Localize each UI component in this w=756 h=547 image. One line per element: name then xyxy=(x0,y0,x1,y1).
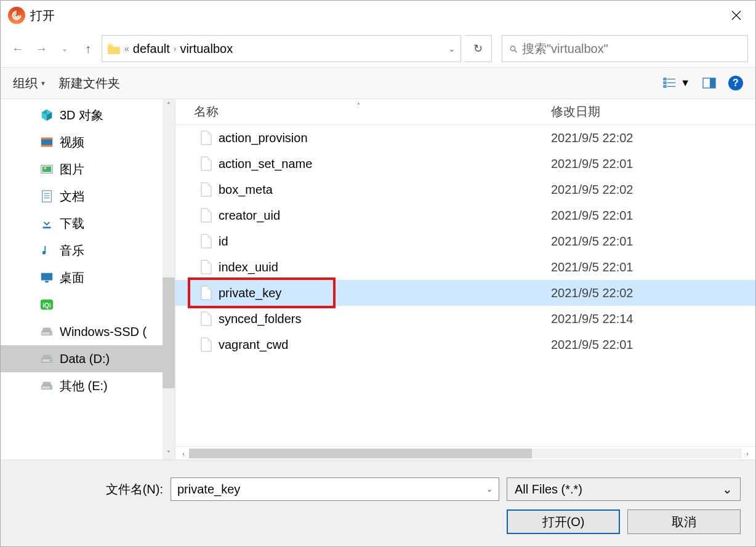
address-dropdown-icon[interactable]: ⌄ xyxy=(448,44,456,54)
refresh-button[interactable]: ↻ xyxy=(465,35,492,62)
doc-icon xyxy=(40,190,54,203)
svg-rect-0 xyxy=(664,78,666,80)
file-name: action_set_name xyxy=(219,157,312,171)
sidebar-item[interactable]: 其他 (E:) xyxy=(1,372,175,399)
nav-forward-button[interactable]: → xyxy=(31,39,51,58)
help-button[interactable]: ? xyxy=(728,76,743,90)
scroll-down-icon[interactable]: ˅ xyxy=(163,447,175,460)
chevron-down-icon: ⌄ xyxy=(722,482,733,497)
file-row[interactable]: vagrant_cwd 2021/9/5 22:01 xyxy=(175,332,755,357)
sidebar-item[interactable]: 3D 对象 xyxy=(1,102,175,129)
search-icon: ⚲ xyxy=(507,42,520,55)
sidebar-item[interactable]: 文档 xyxy=(1,183,175,210)
sidebar-item[interactable]: Windows-SSD ( xyxy=(1,318,175,345)
open-button[interactable]: 打开(O) xyxy=(507,509,620,534)
column-name-label: 名称 xyxy=(194,103,219,120)
nav-row: ← → ⌄ ↑ « default › virtualbox ⌄ ↻ ⚲ xyxy=(1,30,755,67)
window-title: 打开 xyxy=(30,7,55,24)
download-icon xyxy=(40,217,54,230)
svg-text:iQi: iQi xyxy=(42,302,51,309)
bottom-panel: 文件名(N): private_key ⌄ All Files (*.*) ⌄ … xyxy=(1,460,755,546)
svg-rect-10 xyxy=(41,145,52,147)
titlebar: 打开 xyxy=(1,1,755,30)
sidebar-item[interactable]: Data (D:) xyxy=(1,345,175,372)
sidebar-scrollbar[interactable]: ˄ ˅ xyxy=(163,99,175,460)
scroll-right-icon[interactable]: › xyxy=(742,450,753,457)
svg-rect-20 xyxy=(45,281,49,283)
column-header-row: ˄ 名称 修改日期 xyxy=(175,99,755,125)
preview-pane-button[interactable] xyxy=(702,76,716,90)
file-icon xyxy=(200,260,212,274)
list-view-icon xyxy=(663,76,677,90)
sidebar-item-label: 桌面 xyxy=(60,270,84,286)
nav-up-button[interactable]: ↑ xyxy=(78,39,98,58)
file-date-cell: 2021/9/5 22:02 xyxy=(539,183,755,197)
file-icon xyxy=(200,156,212,171)
breadcrumb-item-0[interactable]: default xyxy=(133,42,170,56)
file-icon xyxy=(200,234,212,249)
file-row[interactable]: creator_uid 2021/9/5 22:01 xyxy=(175,202,755,228)
address-bar[interactable]: « default › virtualbox ⌄ xyxy=(102,35,461,62)
sidebar-item-label: 下载 xyxy=(60,215,84,232)
file-row[interactable]: action_provision 2021/9/5 22:02 xyxy=(175,125,755,151)
music-icon xyxy=(40,244,54,257)
svg-rect-18 xyxy=(43,227,51,229)
file-row[interactable]: id 2021/9/5 22:01 xyxy=(175,228,755,254)
column-header-date[interactable]: 修改日期 xyxy=(539,103,755,120)
sidebar-item[interactable]: iQi xyxy=(1,291,175,318)
sidebar-item-label: 文档 xyxy=(60,188,84,205)
file-icon xyxy=(200,130,212,145)
search-box[interactable]: ⚲ xyxy=(502,35,748,62)
sidebar-item[interactable]: 桌面 xyxy=(1,264,175,291)
file-name-cell: box_meta xyxy=(175,182,539,197)
scroll-up-icon[interactable]: ˄ xyxy=(163,99,175,111)
close-button[interactable] xyxy=(722,1,750,30)
sidebar-item-label: 视频 xyxy=(60,134,84,151)
svg-rect-2 xyxy=(664,86,666,87)
view-mode-button[interactable]: ▼ xyxy=(663,76,690,90)
file-name: index_uuid xyxy=(219,260,278,274)
file-date-cell: 2021/9/5 22:02 xyxy=(539,286,755,300)
file-icon xyxy=(200,182,212,197)
breadcrumb-item-1[interactable]: virtualbox xyxy=(180,42,233,56)
file-hscrollbar[interactable]: ‹ › xyxy=(175,446,755,460)
file-row[interactable]: synced_folders 2021/9/5 22:14 xyxy=(175,306,755,332)
sidebar-item[interactable]: 视频 xyxy=(1,129,175,156)
scroll-left-icon[interactable]: ‹ xyxy=(178,450,189,457)
filename-combo[interactable]: private_key ⌄ xyxy=(171,477,499,501)
organize-button[interactable]: 组织 ▼ xyxy=(13,75,46,92)
cube-icon xyxy=(40,108,54,122)
file-name-cell: vagrant_cwd xyxy=(175,337,539,352)
nav-back-button[interactable]: ← xyxy=(8,39,28,58)
svg-rect-9 xyxy=(41,138,52,140)
organize-label: 组织 xyxy=(13,75,38,92)
new-folder-button[interactable]: 新建文件夹 xyxy=(58,75,120,92)
cancel-button[interactable]: 取消 xyxy=(627,509,741,534)
nav-recent-dropdown[interactable]: ⌄ xyxy=(55,39,74,58)
svg-rect-12 xyxy=(42,166,52,172)
column-header-name[interactable]: ˄ 名称 xyxy=(175,103,539,120)
iqiyi-icon: iQi xyxy=(40,298,54,311)
file-pane: ˄ 名称 修改日期 action_provision 2021/9/5 22:0… xyxy=(175,99,755,460)
file-row[interactable]: action_set_name 2021/9/5 22:01 xyxy=(175,151,755,177)
file-name-cell: action_provision xyxy=(175,130,539,145)
file-type-filter[interactable]: All Files (*.*) ⌄ xyxy=(507,477,741,501)
sidebar-item-label: 图片 xyxy=(60,161,84,178)
scroll-thumb[interactable] xyxy=(163,277,175,388)
drive-icon xyxy=(40,379,54,393)
open-button-label: 打开(O) xyxy=(542,514,585,530)
sidebar-item[interactable]: 音乐 xyxy=(1,237,175,264)
hscroll-thumb[interactable] xyxy=(189,449,532,458)
sidebar-item[interactable]: 下载 xyxy=(1,210,175,237)
file-name: creator_uid xyxy=(219,209,280,223)
sidebar-item-label: 音乐 xyxy=(60,242,84,259)
sidebar-item[interactable]: 图片 xyxy=(1,156,175,183)
file-row[interactable]: box_meta 2021/9/5 22:02 xyxy=(175,177,755,202)
file-icon xyxy=(200,285,212,300)
cancel-button-label: 取消 xyxy=(672,514,696,530)
file-row[interactable]: private_key 2021/9/5 22:02 xyxy=(175,280,755,306)
search-input[interactable] xyxy=(522,42,740,56)
breadcrumb-ellipsis[interactable]: « xyxy=(124,44,129,54)
file-row[interactable]: index_uuid 2021/9/5 22:01 xyxy=(175,254,755,280)
desktop-icon xyxy=(40,271,54,284)
